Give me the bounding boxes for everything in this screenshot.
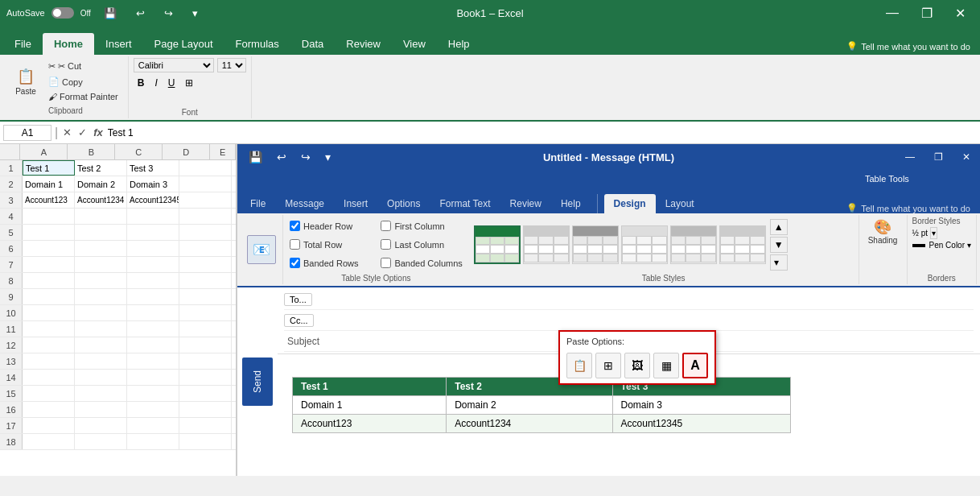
- excel-undo-btn[interactable]: ↩: [130, 6, 151, 21]
- grid-cell[interactable]: [179, 273, 232, 288]
- outlook-minimize-btn[interactable]: —: [896, 148, 924, 166]
- grid-cell[interactable]: [127, 209, 179, 224]
- paste-opt-picture-btn[interactable]: 🖼: [624, 353, 650, 378]
- grid-cell[interactable]: Test 3: [127, 160, 179, 176]
- grid-cell[interactable]: [127, 225, 179, 240]
- grid-cell[interactable]: [127, 434, 179, 449]
- confirm-formula-icon[interactable]: ✓: [76, 125, 89, 140]
- grid-cell[interactable]: [179, 370, 232, 385]
- grid-cell[interactable]: [232, 257, 236, 272]
- gallery-scroll-down-btn[interactable]: ▼: [770, 237, 788, 253]
- col-header-c[interactable]: C: [115, 144, 163, 159]
- grid-cell[interactable]: Domain 2: [75, 176, 127, 192]
- tab-help[interactable]: Help: [437, 33, 481, 55]
- grid-cell[interactable]: Account123: [23, 192, 75, 208]
- grid-cell[interactable]: [232, 418, 236, 433]
- outlook-redo-btn[interactable]: ↪: [296, 148, 315, 166]
- total-row-checkbox[interactable]: Total Row: [290, 235, 371, 254]
- grid-cell[interactable]: [75, 402, 127, 417]
- grid-cell[interactable]: [75, 257, 127, 272]
- table-style-thumb-1[interactable]: [474, 225, 521, 264]
- grid-cell[interactable]: [179, 418, 232, 433]
- tab-review[interactable]: Review: [335, 33, 392, 55]
- banded-columns-checkbox[interactable]: Banded Columns: [381, 254, 462, 272]
- grid-cell[interactable]: [232, 370, 236, 385]
- total-row-input[interactable]: [290, 239, 300, 250]
- grid-cell[interactable]: [127, 289, 179, 304]
- grid-cell[interactable]: [127, 305, 179, 320]
- grid-cell[interactable]: [75, 209, 127, 224]
- grid-cell[interactable]: [232, 353, 236, 369]
- outlook-close-btn[interactable]: ✕: [953, 148, 980, 166]
- cc-input[interactable]: [317, 315, 974, 326]
- grid-cell[interactable]: [127, 321, 179, 337]
- grid-cell[interactable]: [75, 305, 127, 320]
- grid-cell[interactable]: [127, 337, 179, 353]
- col-header-a[interactable]: A: [20, 144, 68, 159]
- grid-cell[interactable]: [179, 209, 232, 224]
- cell-reference-input[interactable]: A1: [3, 125, 51, 141]
- table-style-thumb-4[interactable]: [621, 225, 668, 264]
- grid-cell[interactable]: [179, 353, 232, 369]
- outlook-tab-options[interactable]: Options: [377, 194, 430, 213]
- grid-cell[interactable]: [75, 353, 127, 369]
- grid-cell[interactable]: [127, 418, 179, 433]
- grid-cell[interactable]: [75, 370, 127, 385]
- grid-cell[interactable]: [232, 225, 236, 240]
- outlook-tab-review[interactable]: Review: [500, 194, 551, 213]
- table-style-thumb-5[interactable]: [670, 225, 717, 264]
- grid-cell[interactable]: [179, 176, 232, 192]
- tab-file[interactable]: File: [3, 33, 43, 55]
- first-column-input[interactable]: [381, 221, 391, 231]
- grid-cell[interactable]: [23, 257, 75, 272]
- grid-cell[interactable]: Test 2: [75, 160, 127, 176]
- outlook-more-btn[interactable]: ▾: [320, 148, 336, 166]
- header-row-input[interactable]: [290, 221, 300, 231]
- tab-formulas[interactable]: Formulas: [224, 33, 290, 55]
- fx-icon[interactable]: fx: [92, 125, 105, 140]
- grid-cell[interactable]: [75, 434, 127, 449]
- tab-home[interactable]: Home: [43, 33, 94, 55]
- grid-cell[interactable]: [75, 321, 127, 337]
- grid-cell[interactable]: [232, 241, 236, 256]
- font-size-select[interactable]: 11: [217, 58, 246, 72]
- grid-cell[interactable]: [127, 273, 179, 288]
- grid-cell[interactable]: [127, 241, 179, 256]
- excel-redo-btn[interactable]: ↪: [158, 6, 179, 21]
- excel-save-btn[interactable]: 💾: [97, 6, 123, 21]
- cancel-formula-icon[interactable]: ✕: [61, 125, 73, 140]
- grid-cell[interactable]: [179, 289, 232, 304]
- paste-opt-merge-btn[interactable]: ⊞: [595, 353, 621, 378]
- grid-cell[interactable]: [127, 370, 179, 385]
- paste-button[interactable]: 📋 Paste: [10, 65, 42, 98]
- banded-columns-input[interactable]: [381, 258, 391, 268]
- bold-button[interactable]: B: [134, 76, 149, 90]
- grid-cell[interactable]: [179, 257, 232, 272]
- col-header-d[interactable]: D: [163, 144, 210, 159]
- col-header-b[interactable]: B: [68, 144, 115, 159]
- underline-button[interactable]: U: [164, 76, 179, 90]
- outlook-tab-design[interactable]: Design: [604, 194, 656, 213]
- grid-cell[interactable]: [179, 337, 232, 353]
- last-column-input[interactable]: [381, 239, 391, 250]
- header-row-checkbox[interactable]: Header Row: [290, 217, 371, 235]
- gallery-scroll-up-btn[interactable]: ▲: [770, 219, 788, 235]
- grid-cell[interactable]: [23, 305, 75, 320]
- grid-cell[interactable]: [179, 305, 232, 320]
- grid-cell[interactable]: [75, 337, 127, 353]
- grid-cell[interactable]: [179, 434, 232, 449]
- outlook-tab-file[interactable]: File: [241, 194, 275, 213]
- grid-cell[interactable]: [23, 434, 75, 449]
- italic-button[interactable]: I: [150, 76, 161, 90]
- formula-input[interactable]: Test 1: [108, 127, 977, 138]
- grid-cell[interactable]: [23, 289, 75, 304]
- grid-cell[interactable]: [232, 305, 236, 320]
- grid-cell[interactable]: Account12345: [127, 192, 179, 208]
- grid-cell[interactable]: [232, 386, 236, 401]
- outlook-save-btn[interactable]: 💾: [244, 148, 267, 166]
- grid-cell[interactable]: [232, 321, 236, 337]
- grid-cell[interactable]: [127, 257, 179, 272]
- to-button[interactable]: To...: [284, 293, 312, 306]
- pen-color-dropdown-btn[interactable]: ▾: [967, 241, 971, 250]
- cc-button[interactable]: Cc...: [284, 314, 314, 327]
